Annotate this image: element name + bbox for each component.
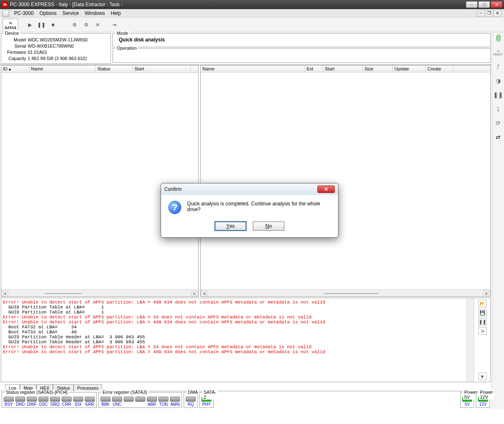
right-list-header[interactable]: NameExtStartSizeUpdateCreate bbox=[201, 65, 490, 72]
register-led bbox=[135, 397, 145, 402]
register-label: 12V bbox=[479, 402, 487, 407]
register-label: 5V bbox=[465, 402, 470, 407]
device-legend: Device bbox=[4, 31, 20, 36]
left-list-header[interactable]: ID ▴NameStatusStart bbox=[1, 65, 198, 73]
column-header[interactable]: Size bbox=[363, 65, 393, 72]
register-label: DRQ bbox=[50, 402, 60, 407]
device-row: Firmware01.01A01 bbox=[4, 49, 108, 55]
operation-panel: Operation bbox=[113, 48, 491, 63]
log-line: Boot FAT32 at LBA= 34 bbox=[3, 325, 465, 330]
mdi-minimize-button[interactable]: ─ bbox=[477, 10, 485, 17]
column-header[interactable]: Name bbox=[201, 65, 305, 72]
dialog-close-button[interactable]: ✕ bbox=[317, 186, 335, 193]
right-list-body[interactable] bbox=[201, 72, 490, 289]
yes-button[interactable]: Yes bbox=[215, 222, 246, 231]
tool-gear2-button[interactable]: ⚙ bbox=[81, 20, 91, 30]
menu-windows[interactable]: Windows bbox=[82, 10, 108, 17]
reg-dma-legend: DMA bbox=[187, 390, 199, 395]
operation-legend: Operation bbox=[115, 46, 138, 51]
column-header[interactable]: Status bbox=[96, 65, 133, 72]
menu-help[interactable]: Help bbox=[108, 10, 123, 17]
right-btn-6[interactable]: ⤵ bbox=[493, 104, 503, 113]
dialog-message: Quick analysis is completed. Continue an… bbox=[187, 201, 331, 212]
menu-options[interactable]: Options bbox=[37, 10, 59, 17]
menu-pc3000[interactable]: PC-3000 bbox=[12, 10, 36, 17]
no-button[interactable]: No bbox=[253, 222, 284, 231]
log-line: Error! Unable to detect start of APFS pa… bbox=[3, 344, 465, 349]
right-btn-8[interactable]: ⇄ bbox=[493, 132, 503, 142]
pause-button[interactable]: ❚❚ bbox=[36, 20, 46, 30]
tab-processes[interactable]: Processes bbox=[74, 384, 102, 391]
reg-group-error: Error register (SATA3) BBKUNCABRTONAMN bbox=[98, 392, 182, 408]
right-list-pane: NameExtStartSizeUpdateCreate ◄► bbox=[200, 65, 491, 297]
close-button[interactable]: ✕ bbox=[491, 1, 502, 8]
register-cell: BBK bbox=[101, 397, 110, 407]
tool-exit-button[interactable]: ⇥ bbox=[109, 20, 119, 30]
tool-wrench-button[interactable]: ✕ bbox=[93, 20, 103, 30]
register-cell: ABR bbox=[147, 397, 157, 407]
device-label: Capacity bbox=[4, 55, 28, 62]
column-header[interactable]: Start bbox=[133, 65, 191, 72]
register-label: UNC bbox=[113, 402, 122, 407]
log-vscroll[interactable] bbox=[467, 298, 474, 382]
register-led bbox=[124, 397, 134, 402]
column-header[interactable]: ID ▴ bbox=[1, 65, 29, 72]
right-btn-3[interactable]: ⤴ bbox=[493, 62, 503, 71]
register-cell: DWF bbox=[27, 397, 37, 407]
question-icon: ? bbox=[168, 201, 181, 214]
right-btn-5[interactable]: ❚❚ bbox=[493, 90, 503, 99]
log-save-button[interactable]: 💾 bbox=[478, 309, 487, 316]
reg-group-power12v: Power 12V 12V bbox=[476, 392, 490, 408]
register-label: ABR bbox=[148, 402, 156, 407]
right-btn-4[interactable]: ◑ bbox=[493, 76, 503, 85]
reg-group-sata2: SATA-2 PHY bbox=[199, 392, 214, 408]
reg-group-status: Status register (SATA3)-[PIO4] BSYDRDDWF… bbox=[2, 392, 97, 408]
log-line: GUID Partition Table Header at LBA= 3 90… bbox=[3, 340, 465, 344]
register-label: AMN bbox=[170, 402, 180, 407]
log-down-button[interactable]: ▾ bbox=[478, 373, 487, 380]
reg-error-legend: Error register (SATA3) bbox=[101, 390, 149, 395]
maximize-button[interactable]: ☐ bbox=[478, 1, 490, 8]
column-header[interactable]: Create bbox=[426, 65, 453, 72]
register-cell bbox=[124, 397, 134, 407]
database-icon[interactable]: 🛢 bbox=[493, 34, 503, 43]
register-led bbox=[27, 397, 37, 402]
mdi-restore-button[interactable]: ❐ bbox=[485, 10, 493, 17]
menu-service[interactable]: Service bbox=[60, 10, 82, 17]
left-list-body[interactable] bbox=[1, 73, 198, 289]
minimize-button[interactable]: ─ bbox=[466, 1, 478, 8]
right-hscroll[interactable]: ◄► bbox=[201, 289, 490, 296]
log-text[interactable]: Error! Unable to detect start of APFS pa… bbox=[1, 298, 467, 382]
device-label: Model bbox=[4, 37, 28, 43]
log-pause-button[interactable]: ❚❚ bbox=[478, 318, 487, 325]
document-icon bbox=[2, 10, 9, 17]
left-list-pane: ID ▴NameStatusStart ◄► bbox=[1, 65, 199, 297]
device-row: SerialWD-WXB1EC786WN0 bbox=[4, 43, 108, 49]
column-header[interactable]: Name bbox=[29, 65, 96, 72]
sata-port-button[interactable]: ⎓ SATA3 bbox=[2, 19, 18, 31]
reg-status-legend: Status register (SATA3)-[PIO4] bbox=[5, 390, 69, 395]
titlebar: 3k PC-3000 EXPRESS - Italy - [Data Extra… bbox=[0, 0, 504, 9]
column-header[interactable]: Start bbox=[323, 65, 363, 72]
tool-gear1-button[interactable]: ⚙ bbox=[70, 20, 79, 30]
log-export-button[interactable]: ⇲ bbox=[478, 327, 487, 335]
register-label: DSC bbox=[39, 402, 48, 407]
left-hscroll[interactable]: ◄► bbox=[1, 289, 198, 296]
register-label: DRD bbox=[16, 402, 25, 407]
reset-button[interactable]: ⟲RESET bbox=[493, 48, 503, 57]
stop-button[interactable]: ■ bbox=[48, 20, 58, 30]
log-line: Boot FAT32 at LBA= 40 bbox=[3, 330, 465, 335]
column-header[interactable]: Update bbox=[393, 65, 426, 72]
register-label: DWF bbox=[27, 402, 37, 407]
register-label: PHY bbox=[202, 402, 211, 407]
register-label: BBK bbox=[101, 402, 110, 407]
mdi-close-button[interactable]: ✕ bbox=[493, 10, 502, 17]
reg-p12-legend: Power 12V bbox=[479, 390, 494, 400]
device-panel: Device ModelWDC WD20SMZW-11JW8S0SerialWD… bbox=[1, 33, 111, 64]
log-open-button[interactable]: 📂 bbox=[478, 300, 487, 307]
right-btn-7[interactable]: ⟳ bbox=[493, 118, 503, 128]
play-button[interactable]: ▶ bbox=[25, 20, 35, 30]
register-label: TON bbox=[159, 402, 168, 407]
column-header[interactable]: Ext bbox=[305, 65, 323, 72]
device-value: WDC WD20SMZW-11JW8S0 bbox=[28, 37, 108, 43]
